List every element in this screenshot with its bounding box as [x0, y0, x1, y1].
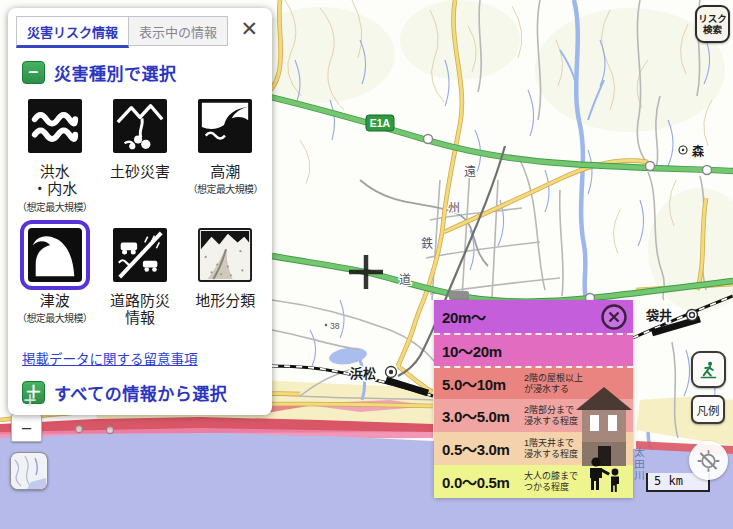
disaster-risk-panel: 災害リスク情報 表示中の情報 ✕ − 災害種別で選択 洪水 ・内水 （想定最大規…	[8, 8, 272, 415]
hazard-tile-flood[interactable]: 洪水 ・内水 （想定最大規模）	[12, 91, 97, 214]
expressway-badge-label: E1A	[370, 117, 391, 129]
collapse-minus-icon[interactable]: −	[22, 61, 45, 84]
city-label-fukuroi: 袋井	[645, 308, 672, 323]
close-circle-icon	[600, 303, 628, 331]
legend-toggle-button[interactable]: 凡例	[691, 395, 725, 424]
tsunami-depth-legend: 20m～ 10～20m 5.0～10m 2階の屋根以上 が浸水する 3.0～5.…	[434, 300, 633, 498]
tab-disaster-risk-info[interactable]: 災害リスク情報	[16, 16, 129, 48]
legend-row: 3.0～5.0m 2階部分まで 浸水する程度	[434, 399, 633, 432]
legend-depth-range: 5.0～10m	[442, 373, 524, 394]
hazard-tile-storm-surge[interactable]: 高潮 （想定最大規模）	[183, 91, 268, 214]
hazard-label: 地形分類	[183, 292, 268, 309]
legend-depth-desc: 大人の膝まで つかる程度	[524, 471, 578, 493]
hazard-label: 津波	[12, 292, 97, 309]
running-person-icon	[699, 358, 718, 382]
railway-label-char: 鉄	[421, 236, 433, 251]
hazard-tile-road-disaster[interactable]: 道路防災 情報	[97, 220, 182, 340]
gps-disabled-icon	[695, 446, 722, 476]
legend-depth-range: 0.0～0.5m	[442, 471, 524, 492]
town-label-mori: 森	[692, 144, 705, 159]
legend-depth-desc: 2階の屋根以上 が浸水する	[524, 373, 583, 395]
river-label-otagawa: 太田川	[632, 447, 647, 482]
app-window: E1A 浜松 袋井 森 遠 州 鉄 道 38 20m～	[0, 0, 733, 529]
tab-displayed-info[interactable]: 表示中の情報	[129, 16, 228, 46]
panel-tab-bar: 災害リスク情報 表示中の情報 ✕	[8, 16, 272, 48]
elevation-point-label: 38	[330, 321, 340, 331]
legend-depth-desc: 2階部分まで 浸水する程度	[524, 405, 578, 427]
landform-icon	[198, 228, 252, 282]
section-title: 災害種別で選択	[54, 60, 177, 85]
legend-row: 10～20m	[434, 333, 633, 366]
zoom-in-button[interactable]: +	[16, 387, 44, 413]
tsunami-icon	[28, 228, 82, 282]
hazard-label: 道路防災 情報	[97, 292, 182, 327]
hazard-sublabel: （想定最大規模）	[12, 310, 97, 325]
hazard-label: 高潮	[183, 163, 268, 180]
hazard-sublabel: （想定最大規模）	[183, 181, 268, 196]
railway-label-char: 道	[399, 273, 411, 287]
storm-surge-icon	[198, 99, 252, 153]
railway-label-char: 遠	[464, 165, 476, 179]
legend-depth-range: 3.0～5.0m	[442, 405, 524, 426]
legend-depth-range: 10～20m	[442, 340, 524, 361]
legend-depth-desc: 1階天井まで 浸水する程度	[524, 438, 578, 460]
hazard-sublabel	[183, 310, 268, 322]
section-select-by-type: − 災害種別で選択	[22, 60, 272, 85]
legend-close-button[interactable]	[600, 303, 628, 331]
hazard-type-grid: 洪水 ・内水 （想定最大規模） 土砂災害	[8, 91, 272, 340]
hazard-tile-landform[interactable]: 地形分類	[183, 220, 268, 340]
landslide-icon	[113, 99, 167, 153]
hazard-sublabel	[97, 328, 182, 340]
risk-search-button[interactable]: リスク 検索	[695, 5, 730, 43]
railway-label-char: 州	[448, 201, 460, 215]
city-label-hamamatsu: 浜松	[350, 366, 376, 381]
legend-row: 0.0～0.5m 大人の膝まで つかる程度	[434, 465, 633, 498]
zoom-out-button[interactable]: −	[11, 414, 42, 442]
section-select-from-all: ＋ すべての情報から選択	[22, 380, 272, 405]
legend-depth-range: 0.5～3.0m	[442, 438, 524, 459]
hazard-tile-landslide[interactable]: 土砂災害	[97, 91, 182, 214]
hazard-tile-tsunami[interactable]: 津波 （想定最大規模）	[12, 220, 97, 340]
legend-row: 0.5～3.0m 1階天井まで 浸水する程度	[434, 432, 633, 465]
hazard-sublabel	[97, 181, 182, 193]
section-title: すべての情報から選択	[54, 380, 227, 405]
data-notes-link[interactable]: 掲載データに関する留意事項	[22, 348, 198, 368]
overview-minimap-button[interactable]	[10, 452, 48, 490]
legend-row: 5.0～10m 2階の屋根以上 が浸水する	[434, 366, 633, 399]
hazard-label: 土砂災害	[97, 163, 182, 180]
road-disaster-icon	[113, 228, 167, 282]
evacuation-site-button[interactable]	[691, 351, 726, 388]
hazard-label: 洪水 ・内水	[12, 163, 97, 198]
minimap-thumbnail	[11, 454, 46, 489]
flood-icon	[28, 99, 82, 153]
hazard-sublabel: （想定最大規模）	[12, 199, 97, 214]
current-location-button[interactable]	[689, 441, 728, 480]
panel-close-button[interactable]: ✕	[234, 16, 264, 41]
expressway-badge: E1A	[366, 115, 394, 131]
legend-depth-range: 20m～	[442, 306, 524, 327]
